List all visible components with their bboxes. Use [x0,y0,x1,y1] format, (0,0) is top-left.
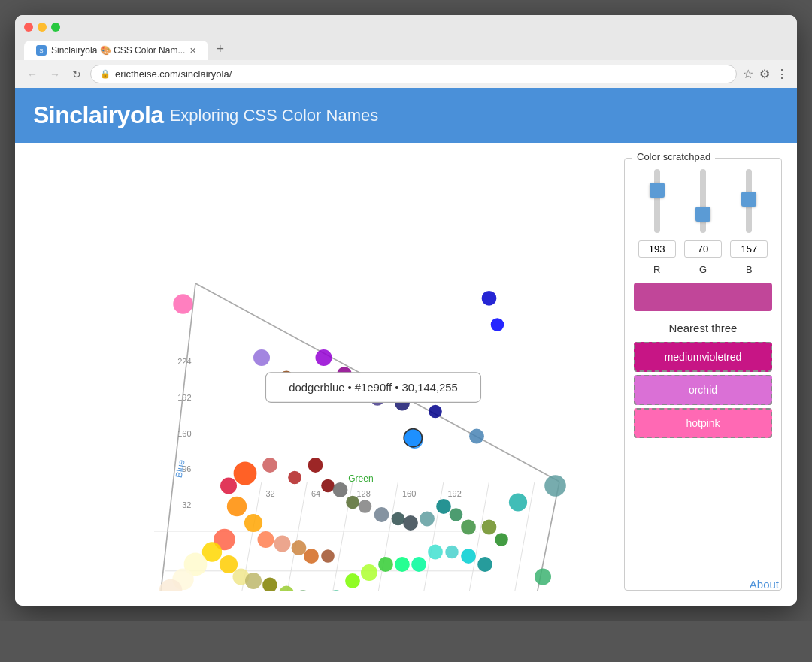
new-tab-button[interactable]: + [208,38,232,60]
minimize-window-button[interactable] [38,23,47,32]
color-dot[interactable] [245,573,262,589]
address-bar[interactable]: 🔒 erictheise.com/sinclairyola/ [90,65,737,83]
svg-text:160: 160 [402,489,416,498]
forward-button[interactable]: → [47,67,63,82]
blue-slider-col: 157 [730,168,768,258]
color-dot[interactable] [220,555,238,573]
visualization-area[interactable]: 224 192 160 96 32 Blue 32 64 128 160 192… [30,158,609,591]
color-dot[interactable] [321,549,335,563]
svg-text:dodgerblue • #1e90ff • 30,144,: dodgerblue • #1e90ff • 30,144,255 [289,382,458,394]
nearest-label: Nearest three [634,322,772,334]
color-dot[interactable] [279,586,294,591]
green-value-display[interactable]: 70 [684,240,722,258]
about-link[interactable]: About [750,578,779,591]
red-slider-track [654,169,660,233]
nearest-color-1[interactable]: mediumvioletred [634,342,772,372]
color-dot[interactable] [227,497,247,516]
svg-text:Green: Green [348,473,374,484]
color-dot[interactable] [308,458,323,473]
extensions-button[interactable]: ⚙ [759,67,770,81]
green-label: G [684,264,722,275]
red-slider-thumb[interactable] [650,183,665,198]
color-dot[interactable] [491,318,504,331]
color-dot[interactable] [333,482,348,497]
color-dot[interactable] [220,478,237,494]
color-dot[interactable] [361,564,377,581]
svg-text:32: 32 [182,500,191,509]
blue-label: B [730,264,768,275]
close-window-button[interactable] [24,23,33,32]
color-dot[interactable] [461,520,476,535]
color-dot[interactable] [378,557,393,572]
bookmark-button[interactable]: ☆ [743,67,753,81]
color-dot[interactable] [436,499,451,514]
color-dot[interactable] [374,507,389,522]
tab-close-button[interactable]: ✕ [189,46,196,56]
green-slider-col: 70 [684,168,722,258]
color-dot[interactable] [420,512,435,527]
svg-point-37 [404,429,422,447]
browser-window: S Sinclairyola 🎨 CSS Color Nam... ✕ + ← … [15,15,797,606]
color-dot[interactable] [173,294,192,313]
color-dot[interactable] [295,590,311,591]
color-dot[interactable] [321,479,335,493]
svg-text:128: 128 [357,489,371,498]
color-dot[interactable] [445,546,459,559]
blue-slider-track [746,169,752,233]
color-dot[interactable] [345,573,360,588]
tab-title: Sinclairyola 🎨 CSS Color Nam... [51,45,185,56]
green-slider-container[interactable] [700,168,706,234]
color-dot[interactable] [395,557,410,572]
color-dot[interactable] [450,508,463,521]
svg-text:192: 192 [447,489,461,498]
green-slider-thumb[interactable] [695,207,710,222]
red-slider-col: 193 [638,168,676,258]
browser-action-buttons: ☆ ⚙ ⋮ [743,67,788,81]
color-dot[interactable] [234,462,257,485]
color-dot[interactable] [482,291,497,306]
color-dot[interactable] [469,429,484,444]
svg-text:160: 160 [177,429,191,438]
color-dot[interactable] [403,515,418,531]
color-dot[interactable] [429,405,442,419]
active-tab[interactable]: S Sinclairyola 🎨 CSS Color Nam... ✕ [24,41,208,60]
color-dot[interactable] [482,520,497,535]
nearest-color-3[interactable]: hotpink [634,408,772,438]
color-dot[interactable] [411,557,426,572]
color-dot[interactable] [495,533,508,546]
blue-slider-thumb[interactable] [741,192,756,207]
color-dot[interactable] [428,545,443,560]
color-dot[interactable] [477,557,492,572]
color-dot[interactable] [244,514,262,532]
refresh-button[interactable]: ↻ [69,67,84,82]
blue-slider-container[interactable] [746,168,752,234]
color-dot[interactable] [262,578,277,591]
blue-value-display[interactable]: 157 [730,240,768,258]
menu-button[interactable]: ⋮ [776,67,788,81]
color-dot[interactable] [292,540,307,555]
app-content: 224 192 160 96 32 Blue 32 64 128 160 192… [15,143,797,606]
color-dot[interactable] [346,496,359,509]
color-dot[interactable] [461,549,476,564]
color-dot[interactable] [274,536,291,552]
color-dot[interactable] [359,500,372,513]
red-label: R [638,264,676,275]
address-bar-row: ← → ↻ 🔒 erictheise.com/sinclairyola/ ☆ ⚙… [15,60,797,88]
color-dot[interactable] [329,590,344,591]
color-dot[interactable] [253,349,270,366]
color-dot[interactable] [544,475,566,497]
color-dot[interactable] [258,531,274,548]
color-dot[interactable] [262,458,277,473]
nearest-color-2[interactable]: orchid [634,375,772,405]
color-dot[interactable] [509,493,527,511]
color-dot[interactable] [392,512,405,526]
red-value-display[interactable]: 193 [638,240,676,258]
color-dot[interactable] [535,569,551,585]
color-dot[interactable] [316,349,332,366]
red-slider-container[interactable] [654,168,660,234]
color-dot[interactable] [304,549,319,564]
back-button[interactable]: ← [24,67,41,82]
color-dot[interactable] [288,471,301,485]
sliders-row: 193 70 [634,168,772,258]
maximize-window-button[interactable] [51,23,60,32]
